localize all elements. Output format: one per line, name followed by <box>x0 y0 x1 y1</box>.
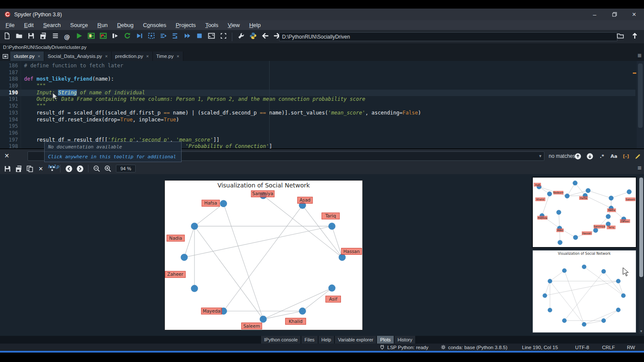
debug-file-button[interactable] <box>134 32 144 42</box>
working-directory-input[interactable] <box>279 32 617 41</box>
pane-tab-help[interactable]: Help <box>319 336 334 344</box>
new-file-button[interactable] <box>2 32 12 42</box>
code-line-191[interactable]: 191 Output: Data Frame containing three … <box>0 96 635 103</box>
preferences-button[interactable] <box>236 32 246 42</box>
menu-search[interactable]: Search <box>38 20 65 30</box>
previous-plot-button[interactable] <box>63 164 74 173</box>
pane-tab-variable-explorer[interactable]: Variable explorer <box>335 336 376 344</box>
zoom-in-button[interactable] <box>102 164 113 173</box>
pane-tab-ipython-console[interactable]: IPython console <box>261 336 301 344</box>
close-tab-icon[interactable]: × <box>105 51 108 61</box>
line-number: 187 <box>0 69 18 76</box>
browse-tabs-icon[interactable] <box>0 51 10 61</box>
editor-scrollbar[interactable] <box>637 61 644 148</box>
menu-source[interactable]: Source <box>66 20 93 30</box>
plot-thumbnail-2[interactable]: Visualization of Social Network <box>532 250 636 333</box>
thumbnails-scrollbar[interactable]: ▼ <box>639 177 644 334</box>
pane-tab-plots[interactable]: Plots <box>377 336 393 344</box>
menu-help[interactable]: Help <box>244 20 265 30</box>
code-line-195[interactable]: 195 <box>0 123 635 130</box>
plot-thumbnail-1[interactable]: AsifNadeemKhalidHafsaSaleemNadiaMayedaZa… <box>532 177 637 248</box>
find-next-button[interactable] <box>586 153 593 160</box>
save-all-button[interactable] <box>38 32 48 42</box>
symbol-finder-button[interactable]: @ <box>62 32 72 42</box>
minimize-button[interactable]: – <box>585 9 605 20</box>
editor-options-menu-icon[interactable]: ≡ <box>638 52 641 60</box>
browse-directory-button[interactable] <box>615 32 625 42</box>
code-editor[interactable]: 186# define function to fetch later18718… <box>0 61 644 148</box>
documentation-tooltip[interactable]: No documentation available Click anywher… <box>44 142 182 162</box>
menu-debug[interactable]: Debug <box>112 20 138 30</box>
code-line-186[interactable]: 186# define function to fetch later <box>0 63 635 69</box>
menu-projects[interactable]: Projects <box>171 20 200 30</box>
parent-directory-button[interactable] <box>629 32 640 42</box>
pane-tab-history[interactable]: History <box>395 336 415 344</box>
continue-button[interactable] <box>182 32 192 42</box>
whole-words-button[interactable]: [-] <box>623 153 629 160</box>
save-plot-button[interactable] <box>2 164 13 173</box>
close-tab-icon[interactable]: × <box>146 51 149 61</box>
run-cell-button[interactable] <box>86 32 96 42</box>
zoom-out-button[interactable] <box>91 164 102 173</box>
highlight-matches-button[interactable] <box>635 153 641 160</box>
file-switcher-button[interactable] <box>50 32 60 42</box>
close-button[interactable]: × <box>624 9 644 20</box>
svg-text:Nadeem: Nadeem <box>553 191 564 194</box>
step-into-button[interactable] <box>170 32 180 42</box>
scroll-down-icon[interactable]: ▼ <box>639 329 644 333</box>
run-cell-icon <box>88 32 95 41</box>
run-cell-advance-button[interactable] <box>98 32 108 42</box>
close-tab-icon[interactable]: × <box>38 51 40 61</box>
run-file-button[interactable] <box>74 32 84 42</box>
menu-consoles[interactable]: Consoles <box>138 20 171 30</box>
svg-text:Tariq: Tariq <box>325 213 336 218</box>
open-file-button[interactable] <box>14 32 24 42</box>
fullscreen-icon <box>220 32 227 41</box>
code-line-192[interactable]: 192 """ <box>0 103 635 110</box>
code-line-193[interactable]: 193 result_df = scaled_df[(scaled_df.fir… <box>0 110 635 117</box>
code-line-196[interactable]: 196 <box>0 130 635 137</box>
run-selection-button[interactable] <box>110 32 120 42</box>
stop-button[interactable] <box>194 32 204 42</box>
open-file-icon <box>15 32 23 41</box>
save-all-plots-button[interactable] <box>13 164 24 173</box>
regex-button[interactable]: .* <box>598 153 605 160</box>
chevron-down-icon[interactable]: ▼ <box>538 154 542 158</box>
code-line-188[interactable]: 188def most_likely_friend(name): <box>0 76 635 83</box>
case-sensitive-button[interactable]: Aa <box>611 153 617 160</box>
plots-options-menu-icon[interactable]: ≡ <box>638 164 641 172</box>
back-button[interactable] <box>260 32 270 42</box>
editor-tab-cluster.py[interactable]: cluster.py× <box>10 51 44 61</box>
menu-file[interactable]: File <box>1 20 19 30</box>
menu-tools[interactable]: Tools <box>200 20 223 30</box>
stop-icon <box>196 32 203 41</box>
next-plot-button[interactable] <box>74 164 85 173</box>
step-over-button[interactable] <box>158 32 168 42</box>
close-find-icon[interactable]: ✕ <box>4 152 9 159</box>
status-text: UTF-8 <box>575 345 589 350</box>
code-line-187[interactable]: 187 <box>0 69 635 76</box>
tooltip-line1: No documentation available <box>45 142 181 152</box>
editor-tab-Social_Data_Analysis.py[interactable]: Social_Data_Analysis.py× <box>44 51 112 61</box>
remove-plot-button[interactable]: ✕ <box>35 164 46 173</box>
copy-plot-button[interactable] <box>24 164 35 173</box>
fullscreen-button[interactable] <box>218 32 228 42</box>
editor-tab-Time.py[interactable]: Time.py× <box>153 51 183 61</box>
python-path-button[interactable] <box>248 32 258 42</box>
maximize-pane-button[interactable] <box>206 32 216 42</box>
restore-button[interactable] <box>605 9 624 20</box>
menu-run[interactable]: Run <box>93 20 112 30</box>
code-line-194[interactable]: 194 result_df.reset_index(drop=True, inp… <box>0 117 635 124</box>
menu-edit[interactable]: Edit <box>19 20 38 30</box>
menu-view[interactable]: View <box>223 20 244 30</box>
pane-tab-files[interactable]: Files <box>301 336 317 344</box>
code-line-190[interactable]: 190 Input: String of name of individual <box>0 90 635 97</box>
close-tab-icon[interactable]: × <box>176 51 179 61</box>
code-line-189[interactable]: 189 """ <box>0 83 635 90</box>
editor-tab-prediction.py[interactable]: prediction.py× <box>112 51 153 61</box>
rerun-cell-button[interactable] <box>122 32 132 42</box>
save-button[interactable] <box>26 32 36 42</box>
debug-cell-button[interactable] <box>146 32 156 42</box>
find-previous-button[interactable] <box>574 153 581 160</box>
plot-zoom-input[interactable] <box>116 165 136 172</box>
